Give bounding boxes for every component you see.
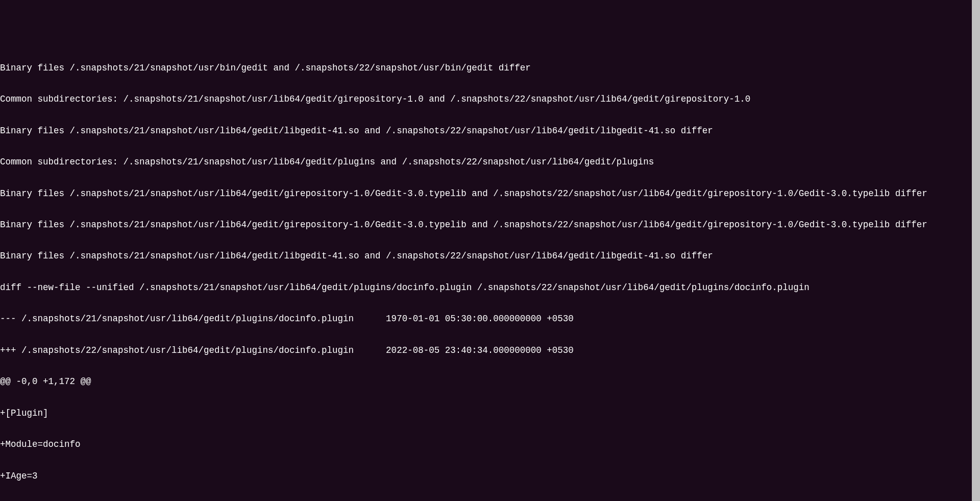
output-line: Common subdirectories: /.snapshots/21/sn…: [0, 157, 980, 168]
output-line: --- /.snapshots/21/snapshot/usr/lib64/ge…: [0, 314, 980, 324]
output-line: Binary files /.snapshots/21/snapshot/usr…: [0, 188, 980, 199]
output-line: +Module=docinfo: [0, 439, 980, 450]
output-line: Common subdirectories: /.snapshots/21/sn…: [0, 94, 980, 105]
output-line: @@ -0,0 +1,172 @@: [0, 376, 980, 387]
output-line: Binary files /.snapshots/21/snapshot/usr…: [0, 63, 980, 74]
output-line: Binary files /.snapshots/21/snapshot/usr…: [0, 220, 980, 230]
terminal-output[interactable]: Binary files /.snapshots/21/snapshot/usr…: [0, 42, 980, 501]
output-line: +IAge=3: [0, 471, 980, 482]
output-line: diff --new-file --unified /.snapshots/21…: [0, 282, 980, 293]
scrollbar-thumb[interactable]: [972, 0, 980, 501]
scrollbar[interactable]: [972, 0, 980, 501]
output-line: Binary files /.snapshots/21/snapshot/usr…: [0, 126, 980, 136]
output-line: Binary files /.snapshots/21/snapshot/usr…: [0, 251, 980, 261]
output-line: +[Plugin]: [0, 408, 980, 419]
output-line: +++ /.snapshots/22/snapshot/usr/lib64/ge…: [0, 345, 980, 356]
